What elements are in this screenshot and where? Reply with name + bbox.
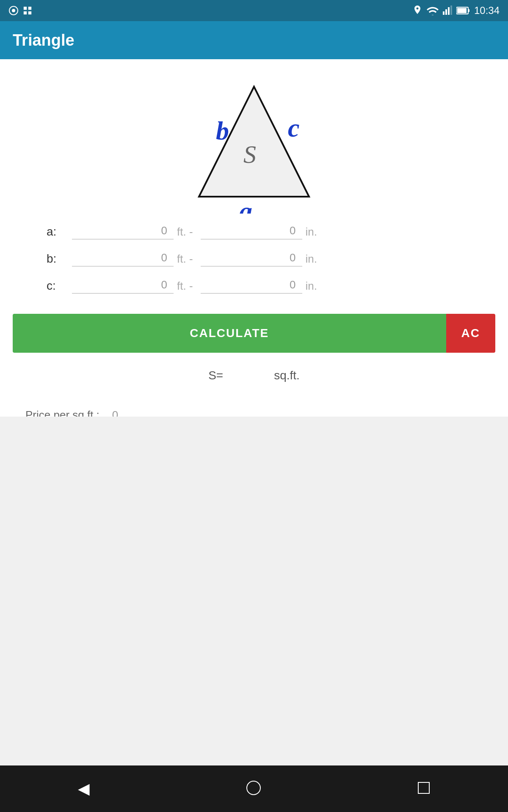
input-row-a: a: ft. - in. bbox=[47, 224, 461, 239]
svg-rect-11 bbox=[468, 9, 469, 12]
price-section: Price per sq.ft.: CALCULATE PRICE Total … bbox=[13, 403, 495, 417]
input-b-in[interactable] bbox=[201, 251, 302, 266]
home-nav-icon[interactable] bbox=[246, 780, 261, 797]
battery-icon bbox=[456, 6, 470, 15]
svg-rect-8 bbox=[448, 7, 450, 15]
status-left-icons bbox=[8, 5, 32, 16]
unit-b-ft: ft. - bbox=[177, 252, 193, 266]
svg-rect-5 bbox=[28, 11, 31, 14]
input-row-b: b: ft. - in. bbox=[47, 251, 461, 266]
unit-a-ft: ft. - bbox=[177, 225, 193, 239]
ac-button[interactable]: AC bbox=[446, 314, 495, 353]
unit-a-in: in. bbox=[306, 225, 317, 239]
svg-rect-4 bbox=[24, 11, 27, 14]
label-s: S bbox=[243, 140, 256, 168]
svg-rect-9 bbox=[450, 5, 452, 15]
unit-b-in: in. bbox=[306, 252, 317, 266]
recent-apps-icon[interactable] bbox=[417, 782, 430, 796]
input-c-in[interactable] bbox=[201, 278, 302, 294]
app-bar: Triangle bbox=[0, 21, 508, 59]
price-per-sqft-label: Price per sq.ft.: bbox=[25, 409, 99, 417]
triangle-svg: b c S a bbox=[174, 70, 334, 214]
label-b-field: b: bbox=[47, 252, 72, 266]
label-a-field: a: bbox=[47, 225, 72, 239]
status-bar: 10:34 bbox=[0, 0, 508, 21]
svg-rect-15 bbox=[418, 782, 429, 793]
app-title: Triangle bbox=[13, 31, 75, 49]
clock: 10:34 bbox=[474, 5, 500, 16]
grid-icon bbox=[23, 6, 32, 15]
unit-c-in: in. bbox=[306, 280, 317, 293]
svg-point-14 bbox=[247, 781, 260, 795]
input-row-c: c: ft. - in. bbox=[47, 278, 461, 294]
calculate-button[interactable]: CALCULATE bbox=[13, 314, 446, 353]
svg-rect-12 bbox=[457, 8, 467, 13]
location-icon bbox=[412, 5, 422, 16]
label-b: b bbox=[216, 116, 229, 145]
input-b-ft[interactable] bbox=[72, 251, 174, 266]
triangle-diagram: b c S a bbox=[13, 59, 495, 220]
svg-point-1 bbox=[12, 9, 15, 12]
label-c: c bbox=[288, 113, 300, 142]
status-right-icons: 10:34 bbox=[412, 5, 500, 16]
price-input[interactable] bbox=[112, 407, 483, 417]
input-c-ft[interactable] bbox=[72, 278, 174, 294]
main-content: b c S a a: ft. - in. b: ft. - in. bbox=[0, 59, 508, 417]
label-a: a bbox=[239, 197, 252, 214]
action-buttons: CALCULATE AC bbox=[13, 314, 495, 353]
unit-c-ft: ft. - bbox=[177, 280, 193, 293]
price-input-row: Price per sq.ft.: bbox=[25, 407, 483, 417]
nav-bar: ◀ bbox=[0, 765, 508, 812]
spacer bbox=[0, 417, 508, 765]
result-unit: sq.ft. bbox=[274, 369, 300, 382]
result-row: S= sq.ft. bbox=[13, 357, 495, 394]
input-section: a: ft. - in. b: ft. - in. c: ft. - in. bbox=[13, 220, 495, 310]
svg-rect-2 bbox=[24, 7, 27, 10]
signal-icon bbox=[443, 5, 452, 16]
wifi-icon bbox=[427, 6, 439, 15]
svg-rect-3 bbox=[28, 7, 31, 10]
s-equals-label: S= bbox=[208, 369, 223, 382]
svg-rect-6 bbox=[443, 11, 444, 15]
svg-rect-7 bbox=[445, 9, 447, 15]
circle-icon bbox=[8, 5, 19, 16]
input-a-ft[interactable] bbox=[72, 224, 174, 239]
input-a-in[interactable] bbox=[201, 224, 302, 239]
label-c-field: c: bbox=[47, 279, 72, 293]
back-icon[interactable]: ◀ bbox=[78, 780, 90, 798]
